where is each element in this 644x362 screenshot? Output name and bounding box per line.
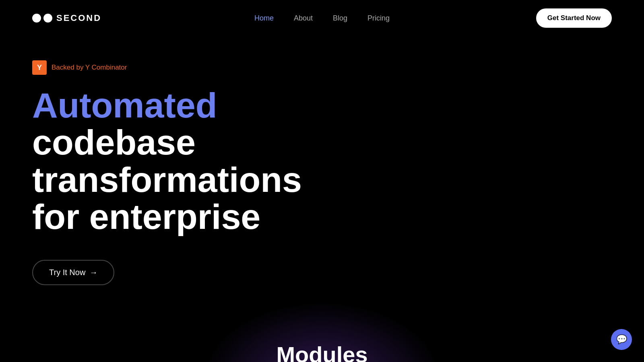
hero-heading-rest: codebasetransformationsfor enterprise xyxy=(32,122,302,237)
try-btn-label: Try It Now xyxy=(49,268,85,277)
nav-link-pricing[interactable]: Pricing xyxy=(367,14,390,23)
logo-text: SECOND xyxy=(56,13,101,23)
nav-link-blog[interactable]: Blog xyxy=(333,14,347,23)
hero-heading-highlight: Automated xyxy=(32,85,217,125)
yc-logo: Y xyxy=(32,60,47,75)
get-started-button[interactable]: Get Started Now xyxy=(536,8,612,28)
yc-text: Backed by Y Combinator xyxy=(52,64,127,72)
try-btn-arrow: → xyxy=(89,268,97,277)
logo-dot-2 xyxy=(43,14,52,23)
logo-dots xyxy=(32,14,52,23)
nav-link-home[interactable]: Home xyxy=(254,14,274,23)
nav-links: Home About Blog Pricing xyxy=(254,14,390,23)
nav-link-about[interactable]: About xyxy=(294,14,313,23)
modules-section: Modules → xyxy=(0,317,644,362)
chat-widget[interactable]: 💬 xyxy=(611,329,632,350)
hero-section: Y Backed by Y Combinator Automated codeb… xyxy=(0,36,644,317)
yc-badge: Y Backed by Y Combinator xyxy=(32,60,612,75)
logo-dot-1 xyxy=(32,14,41,23)
modules-title: Modules xyxy=(32,341,612,362)
chat-icon: 💬 xyxy=(616,334,627,345)
hero-heading: Automated codebasetransformationsfor ent… xyxy=(32,87,346,236)
logo[interactable]: SECOND xyxy=(32,13,101,23)
try-it-now-button[interactable]: Try It Now → xyxy=(32,260,114,285)
navbar: SECOND Home About Blog Pricing Get Start… xyxy=(0,0,644,36)
